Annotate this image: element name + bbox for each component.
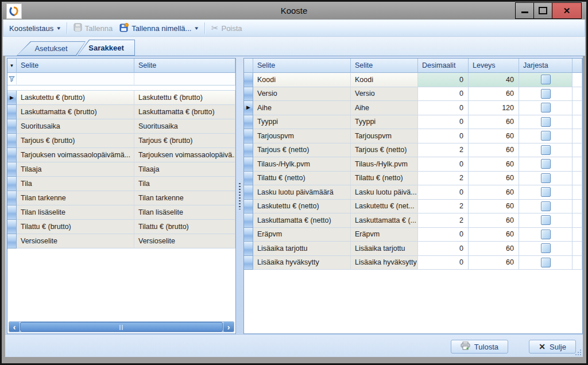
left-cell-selite2[interactable]: Laskuttamatta € (brutto) [134,105,235,119]
left-cell-selite1[interactable]: Tilan lisäselite [17,205,134,220]
left-cell-selite2[interactable]: Tilaaja [134,162,235,177]
row-indicator-cell[interactable] [7,148,17,162]
row-indicator-cell[interactable] [7,105,17,119]
titlebar[interactable]: Kooste ✕ [2,2,586,20]
row-indicator-cell[interactable] [244,115,253,130]
right-cell-selite1[interactable]: Tilattu € (netto) [253,172,351,186]
right-header-leveys[interactable]: Leveys [469,59,519,73]
jarjesta-checkbox[interactable] [541,89,551,99]
right-cell-leveys[interactable]: 60 [469,256,519,270]
right-cell-leveys[interactable]: 60 [469,157,519,172]
table-row[interactable]: Laskutettu € (netto) Laskutettu € (net..… [244,200,582,214]
tallenna-button[interactable]: Tallenna [70,22,116,34]
table-row[interactable]: Tilattu € (brutto) Tilattu € (brutto) [7,220,235,234]
table-row[interactable]: Tilaus-/Hylk.pvm Tilaus-/Hylk.pvm 0 60 [244,157,582,172]
right-header-desimaalit[interactable]: Desimaalit [418,59,469,73]
right-cell-desimaalit[interactable]: 2 [418,172,469,186]
table-row[interactable]: Eräpvm Eräpvm 0 60 [244,228,582,242]
left-cell-selite2[interactable]: Tarjouksen voimassaolopäivä... [134,148,235,162]
left-filter-selite1[interactable] [17,73,134,86]
jarjesta-checkbox[interactable] [541,103,551,112]
right-cell-desimaalit[interactable]: 0 [418,101,469,115]
left-cell-selite1[interactable]: Suoritusaika [17,119,134,134]
right-cell-jarjesta[interactable] [519,256,572,270]
row-indicator-cell[interactable] [7,220,17,234]
right-cell-jarjesta[interactable] [519,87,572,102]
right-cell-selite2[interactable]: Tilattu € (netto) [351,172,418,186]
right-cell-jarjesta[interactable] [519,242,572,256]
tab-asetukset[interactable]: Asetukset [17,41,86,56]
table-row[interactable]: Versio Versio 0 60 [244,87,582,102]
right-cell-desimaalit[interactable]: 0 [418,185,469,200]
jarjesta-checkbox[interactable] [541,258,551,267]
left-cell-selite1[interactable]: Tilan tarkenne [17,191,134,205]
right-cell-selite2[interactable]: Eräpvm [351,228,418,242]
row-indicator-cell[interactable] [7,234,17,248]
table-row[interactable]: Koodi Koodi 0 40 [244,73,582,87]
right-cell-selite2[interactable]: Laskuttamatta € (... [351,213,418,228]
left-cell-selite1[interactable]: Tilattu € (brutto) [17,220,134,234]
close-button[interactable]: ✕ [552,2,582,19]
right-cell-jarjesta[interactable] [519,101,572,115]
right-cell-selite1[interactable]: Versio [253,87,351,102]
left-cell-selite1[interactable]: Versioselite [17,234,134,248]
right-cell-jarjesta[interactable] [519,200,572,214]
right-cell-jarjesta[interactable] [519,115,572,130]
jarjesta-checkbox[interactable] [541,131,551,141]
table-row[interactable]: ▶ Aihe Aihe 0 120 [244,101,582,115]
left-cell-selite2[interactable]: Tilan tarkenne [134,191,235,205]
tulosta-button[interactable]: Tulosta [451,340,508,354]
table-row[interactable]: Tilattu € (netto) Tilattu € (netto) 2 60 [244,172,582,186]
right-header-selector-cell[interactable] [244,59,253,73]
right-cell-jarjesta[interactable] [519,213,572,228]
jarjesta-checkbox[interactable] [541,145,551,155]
right-cell-selite2[interactable]: Koodi [351,73,418,87]
panel-splitter[interactable] [236,58,243,334]
tallenna-nimella-button[interactable]: Tallenna nimellä... ▾ [116,22,202,35]
jarjesta-checkbox[interactable] [541,201,551,211]
right-cell-selite2[interactable]: Tilaus-/Hylk.pvm [351,157,418,172]
jarjesta-checkbox[interactable] [541,215,551,225]
left-cell-selite2[interactable]: Tilan lisäselite [134,205,235,220]
right-cell-desimaalit[interactable]: 0 [418,129,469,143]
right-cell-selite2[interactable]: Tyyppi [351,115,418,130]
right-cell-desimaalit[interactable]: 2 [418,143,469,158]
left-cell-selite2[interactable]: Laskutettu € (brutto) [134,91,235,105]
left-cell-selite1[interactable]: Laskutettu € (brutto) [17,91,134,105]
right-cell-leveys[interactable]: 60 [469,185,519,200]
left-cell-selite2[interactable]: Versioselite [134,234,235,248]
table-row[interactable]: Lisäaika tarjottu Lisäaika tarjottu 0 60 [244,242,582,256]
scroll-right-button[interactable]: › [223,322,234,332]
right-cell-leveys[interactable]: 60 [469,129,519,143]
left-cell-selite1[interactable]: Tarjous € (brutto) [17,134,134,148]
row-indicator-cell[interactable] [244,213,253,228]
row-indicator-cell[interactable] [7,134,17,148]
minimize-button[interactable] [515,2,534,19]
jarjesta-checkbox[interactable] [541,75,551,84]
right-cell-jarjesta[interactable] [519,228,572,242]
left-cell-selite2[interactable]: Tarjous € (brutto) [134,134,235,148]
right-cell-selite1[interactable]: Tilaus-/Hylk.pvm [253,157,351,172]
row-indicator-cell[interactable] [244,185,253,200]
right-cell-selite2[interactable]: Tarjouspvm [351,129,418,143]
right-cell-leveys[interactable]: 60 [469,228,519,242]
right-cell-leveys[interactable]: 60 [469,172,519,186]
right-cell-desimaalit[interactable]: 0 [418,256,469,270]
table-row[interactable]: Suoritusaika Suoritusaika [7,119,235,134]
table-row[interactable]: Tilan lisäselite Tilan lisäselite [7,205,235,220]
table-row[interactable]: Lisäaika hyväksytty Lisäaika hyväksytty … [244,256,582,270]
table-row[interactable]: Tilan tarkenne Tilan tarkenne [7,191,235,205]
right-cell-desimaalit[interactable]: 0 [418,73,469,87]
right-cell-leveys[interactable]: 60 [469,115,519,130]
right-cell-desimaalit[interactable]: 0 [418,242,469,256]
scrollbar-thumb[interactable] [20,322,223,332]
right-header-selite1[interactable]: Selite [253,59,351,73]
row-indicator-cell[interactable] [7,205,17,220]
right-cell-leveys[interactable]: 60 [469,87,519,102]
left-filter-selite2[interactable] [134,73,235,86]
right-cell-desimaalit[interactable]: 0 [418,115,469,130]
row-indicator-cell[interactable] [7,191,17,205]
table-row[interactable]: Tarjous € (netto) Tarjous € (netto) 2 60 [244,143,582,158]
right-cell-leveys[interactable]: 60 [469,200,519,214]
right-cell-selite1[interactable]: Tyyppi [253,115,351,130]
